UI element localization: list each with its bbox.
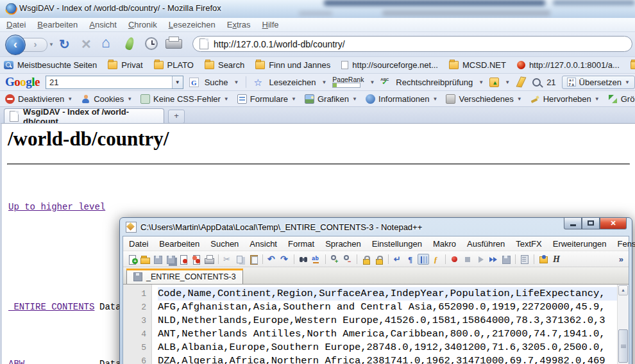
spellcheck-dropdown-icon[interactable]: ▼ <box>478 79 484 85</box>
toolbar-icon[interactable] <box>475 254 486 265</box>
bookmark-label[interactable]: Meistbesuchte Seiten <box>17 60 97 70</box>
toolbar-icon[interactable] <box>266 254 278 265</box>
menu-item[interactable]: Hilfe <box>262 20 279 29</box>
toolbar-icon[interactable] <box>329 254 341 265</box>
menu-item[interactable]: Suchen <box>210 239 239 249</box>
webdev-item-label[interactable]: Formulare <box>250 94 288 104</box>
toolbar-icon[interactable] <box>386 254 391 265</box>
print-icon[interactable] <box>165 39 182 49</box>
toolbar-icon[interactable] <box>323 254 328 265</box>
toolbar-icon[interactable] <box>360 254 372 265</box>
menu-item[interactable]: Bearbeiten <box>37 20 78 29</box>
clock-extension-icon[interactable] <box>145 37 158 50</box>
google-search-value[interactable]: 21 <box>46 78 172 87</box>
editor-line[interactable]: 3NLD,Netherlands,Europe,Western Europe,4… <box>123 314 618 327</box>
bookmarks-dropdown-icon[interactable]: ▼ <box>321 79 326 85</box>
menu-item[interactable]: Erweiterungen <box>553 239 607 249</box>
toolbar-icon[interactable] <box>500 254 512 265</box>
new-tab-button[interactable]: + <box>168 110 185 124</box>
editor-line[interactable]: 5ALB,Albania,Europe,Southern Europe,2874… <box>123 341 618 354</box>
up-to-higher-level-link[interactable]: Up to higher level <box>8 202 105 212</box>
autofill-icon[interactable] <box>489 78 499 87</box>
webdev-dropdown-icon[interactable]: ▼ <box>127 96 132 102</box>
toolbar-icon[interactable] <box>279 254 291 265</box>
bookmark-item[interactable]: http://sourceforge.net... <box>341 60 438 70</box>
bookmark-item[interactable]: Finn und Jannes <box>255 60 330 70</box>
toolbar-icon[interactable] <box>519 254 530 265</box>
toolbar-icon[interactable] <box>165 254 176 265</box>
line-text[interactable]: AFG,Afghanistan,Asia,Southern and Centra… <box>158 301 618 314</box>
home-icon[interactable]: ⌂ <box>101 35 110 50</box>
webdev-item-label[interactable]: Verschiedenes <box>459 94 513 104</box>
search-history-dropdown-icon[interactable]: ▼ <box>172 76 183 88</box>
menu-item[interactable]: Ausführen <box>467 239 505 249</box>
toolbar-icon[interactable] <box>405 254 416 265</box>
menu-item[interactable]: Lesezeichen <box>169 20 216 29</box>
bookmark-item[interactable]: Tree Samples <box>631 60 635 70</box>
webdev-menu-item[interactable]: Grafiken ▼ <box>305 94 357 104</box>
toolbar-overflow-chevron[interactable]: » <box>619 254 625 264</box>
translate-label[interactable]: Übersetzen <box>579 78 622 87</box>
highlighter-icon[interactable] <box>516 76 527 87</box>
editor-line[interactable]: 1Code,Name,Continent,Region,SurfaceArea,… <box>123 287 618 301</box>
menu-item[interactable]: Makro <box>433 239 456 249</box>
bookmark-label[interactable]: PLATO <box>167 60 194 70</box>
translate-button[interactable]: a í7 ä Übersetzen ▼ <box>562 76 635 89</box>
google-bookmarks-button[interactable]: Lesezeichen <box>269 78 316 87</box>
translate-dropdown-icon[interactable]: ▼ <box>625 79 630 85</box>
toolbar-icon[interactable] <box>443 254 448 265</box>
toolbar-icon[interactable] <box>487 254 499 265</box>
stop-icon[interactable]: ✕ <box>81 37 92 52</box>
webdev-menu-item[interactable]: Formulare ▼ <box>237 94 296 104</box>
bookmark-label[interactable]: http://127.0.0.1:8001/a... <box>529 60 620 70</box>
toolbar-icon[interactable] <box>449 254 461 265</box>
spellcheck-icon[interactable]: ABC <box>380 78 390 87</box>
line-text[interactable]: Code,Name,Continent,Region,SurfaceArea,I… <box>158 287 618 301</box>
webdev-dropdown-icon[interactable]: ▼ <box>352 96 357 102</box>
maximize-button[interactable] <box>582 218 600 229</box>
webdev-menu-item[interactable]: Größe ▼ <box>608 94 635 104</box>
menu-item[interactable]: Extras <box>227 20 251 29</box>
toolbar-icon[interactable] <box>538 254 549 265</box>
document-tab-title[interactable]: _ENTIRE_CONTENTS-3 <box>146 272 236 281</box>
toolbar-icon[interactable] <box>216 254 221 265</box>
bookmark-item[interactable]: PLATO <box>154 60 194 70</box>
webdev-menu-item[interactable]: Deaktivieren ▼ <box>5 94 72 104</box>
scroll-up-arrow[interactable]: ▲ <box>618 285 628 295</box>
menu-item[interactable]: Einstellungen <box>372 239 422 249</box>
entry-link[interactable]: ABW <box>8 357 99 364</box>
toolbar-icon[interactable] <box>298 254 309 265</box>
bookmark-label[interactable]: Privat <box>121 60 142 70</box>
line-text[interactable]: NLD,Netherlands,Europe,Western Europe,41… <box>158 314 618 327</box>
bookmark-label[interactable]: http://sourceforge.net... <box>352 60 438 70</box>
toolbar-icon[interactable] <box>355 254 359 265</box>
toolbar-icon[interactable] <box>222 254 233 265</box>
toolbar-icon[interactable] <box>190 254 202 265</box>
menu-item[interactable]: Chronik <box>128 20 157 29</box>
bookmark-item[interactable]: MCSD.NET <box>449 60 506 70</box>
document-tab[interactable]: _ENTIRE_CONTENTS-3 <box>126 269 243 284</box>
bookmark-label[interactable]: Finn und Jannes <box>269 60 330 70</box>
webdev-menu-item[interactable]: Keine CSS-Fehler ▼ <box>140 94 229 104</box>
toolbar-icon[interactable] <box>203 254 215 265</box>
toolbar-icon[interactable] <box>513 254 518 265</box>
bookmark-item[interactable]: Privat <box>108 60 142 70</box>
webdev-menu-item[interactable]: Informationen ▼ <box>366 94 437 104</box>
menu-item[interactable]: TextFX <box>516 239 541 249</box>
editor-area[interactable]: 1Code,Name,Continent,Region,SurfaceArea,… <box>123 285 629 364</box>
menu-item[interactable]: Datei <box>129 239 148 249</box>
zoom-magnifier-icon[interactable] <box>532 78 541 87</box>
pagerank-dropdown-icon[interactable]: ▼ <box>369 79 375 85</box>
webdev-dropdown-icon[interactable]: ▼ <box>517 96 522 102</box>
google-search-icon[interactable]: G <box>189 78 199 87</box>
webdev-dropdown-icon[interactable]: ▼ <box>595 96 600 102</box>
toolbar-icon[interactable] <box>418 254 429 265</box>
bookmark-item[interactable]: Search <box>205 60 244 70</box>
forward-button[interactable]: › <box>23 38 47 52</box>
close-button[interactable]: ✕ <box>600 218 627 229</box>
entry-link[interactable]: ENTIRE CONTENTS <box>8 300 99 314</box>
toolbar-icon[interactable] <box>235 254 246 265</box>
webdev-item-label[interactable]: Hervorheben <box>543 94 591 104</box>
google-search-box[interactable]: 21 ▼ <box>46 76 183 89</box>
menu-item[interactable]: Datei <box>6 20 26 29</box>
